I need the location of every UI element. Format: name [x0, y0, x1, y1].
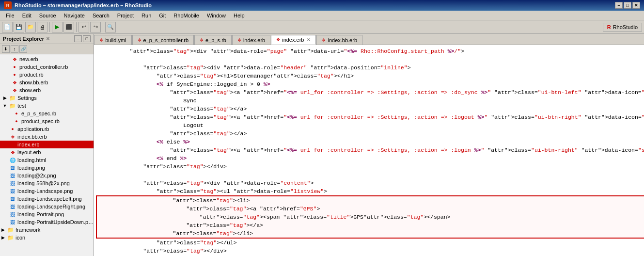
new-button[interactable]: 📄 — [2, 22, 13, 32]
menu-item-source[interactable]: Source — [35, 12, 60, 19]
erb-icon-index-bb-erb: ❖ — [9, 133, 16, 140]
tree-item-loading2x-png[interactable]: 🖼loading@2x.png — [0, 172, 94, 179]
tree-label-framework-folder: framework — [16, 227, 40, 233]
folder-button[interactable]: 📁 — [25, 22, 36, 32]
tree-item-product-controller-rb[interactable]: ●product_controller.rb — [0, 63, 94, 71]
menu-item-edit[interactable]: Edit — [18, 12, 35, 19]
redo-button[interactable]: ↪ — [90, 22, 101, 32]
code-line-17: "attr">class="tag"><ul "attr">data-role=… — [94, 187, 644, 195]
code-text-17: "attr">class="tag"><ul "attr">data-role=… — [116, 187, 644, 195]
menu-item-run[interactable]: Run — [138, 12, 155, 19]
tree-item-layout-erb[interactable]: ❖layout.erb — [0, 148, 94, 156]
sidebar-link-btn[interactable]: 🔗 — [19, 45, 27, 53]
search-button[interactable]: 🔍 — [105, 22, 116, 32]
print-button[interactable]: 🖨 — [37, 22, 47, 32]
erb-icon-show-bb-erb: ❖ — [11, 79, 18, 86]
menu-item-help[interactable]: Help — [230, 12, 249, 19]
tree-label-loading-landscape-png: loading-Landscape.png — [17, 188, 73, 194]
code-text-21: "attr">class="tag"></a> — [119, 221, 644, 229]
tree-item-loading-568h2x-png[interactable]: 🖼loading-568h@2x.png — [0, 179, 94, 187]
png-icon-loading-568h2x-png: 🖼 — [9, 180, 16, 187]
tree-item-framework-folder[interactable]: ▶📁framework — [0, 226, 94, 234]
undo-button[interactable]: ↩ — [79, 22, 89, 32]
tree-item-show-bb-erb[interactable]: ❖show.bb.erb — [0, 79, 94, 86]
tree-label-product-spec-rb: product_spec.rb — [21, 118, 60, 124]
tree-item-application-rb[interactable]: ●application.rb — [0, 125, 94, 133]
tab-build-yml[interactable]: ❖build.yml — [94, 35, 131, 45]
tab-index-erb-1[interactable]: ❖index.erb — [232, 35, 270, 45]
title-bar-buttons[interactable]: – □ ✕ — [615, 2, 640, 9]
png-icon-loading-portraitupsidedown-png: 🖼 — [9, 219, 16, 225]
tab-index-erb-2[interactable]: ❖index.erb✕ — [271, 35, 316, 45]
tree-item-new-erb[interactable]: ❖new.erb — [0, 55, 94, 63]
tree-item-product-rb[interactable]: ●product.rb — [0, 71, 94, 79]
rhostudio-icon: R — [607, 24, 611, 30]
png-icon-loading-portrait-png: 🖼 — [9, 211, 16, 218]
tab-index-bb-erb[interactable]: ❖index.bb.erb — [316, 35, 362, 45]
sidebar-collapse-btn[interactable]: ⬇ — [2, 45, 10, 53]
tree-label-index-erb: index.erb — [17, 142, 39, 147]
code-line-5: "attr">class="tag"><a "attr">href="<%= u… — [94, 88, 644, 96]
code-line-4: <% if SyncEngine::logged_in > 0 %> — [94, 80, 644, 88]
code-line-12: "attr">class="tag"><a "attr">href="<%= u… — [94, 146, 644, 154]
rb-icon-product-spec-rb: ● — [13, 118, 20, 125]
tab-e-p-s-controller-rb[interactable]: ❖e_p_s_controller.rb — [132, 35, 194, 45]
tab-e-p-s-rb[interactable]: ❖e_p_s.rb — [194, 35, 232, 45]
tree-item-loading-portrait-png[interactable]: 🖼loading-Portrait.png — [0, 210, 94, 218]
tree-item-index-erb[interactable]: ❖index.erb — [0, 141, 94, 148]
menu-item-window[interactable]: Window — [203, 12, 230, 19]
menu-item-rhomobile[interactable]: RhoMobile — [170, 12, 203, 19]
erb-icon-index-erb: ❖ — [9, 141, 16, 148]
tree-item-loading-landscape-png[interactable]: 🖼loading-Landscape.png — [0, 187, 94, 195]
tree-item-icon-folder[interactable]: ▶📁icon — [0, 234, 94, 241]
tree-toggle-icon-folder[interactable]: ▶ — [0, 235, 6, 240]
menu-item-git[interactable]: Git — [155, 12, 170, 19]
tab-label-e-p-s-controller-rb: e_p_s_controller.rb — [143, 37, 189, 43]
tree-label-loading-html: loading.html — [17, 157, 46, 163]
code-text-20: "attr">class="tag"><span "attr">class="t… — [119, 213, 644, 221]
sidebar: Project Explorer ✕ – □ ⬇ ↕ 🔗 ❖new.erb●pr… — [0, 34, 94, 256]
menu-item-file[interactable]: File — [2, 12, 18, 19]
tree-item-e-p-s-spec-rb[interactable]: ●e_p_s_spec.rb — [0, 110, 94, 117]
tab-close-index-erb-2[interactable]: ✕ — [307, 37, 311, 42]
tree-toggle-framework-folder[interactable]: ▶ — [0, 227, 6, 233]
tree-item-loading-html[interactable]: 🌐loading.html — [0, 156, 94, 164]
tree-toggle-test-folder[interactable]: ▼ — [2, 103, 8, 109]
save-button[interactable]: 💾 — [14, 22, 24, 32]
code-line-7: "attr">class="tag"></a> — [94, 105, 644, 113]
tree-label-loading2x-png: loading@2x.png — [17, 173, 56, 178]
sidebar-header-buttons[interactable]: – □ — [74, 35, 91, 42]
tree-toggle-settings-folder[interactable]: ▶ — [2, 95, 8, 101]
highlight-region: "attr">class="tag"><li> "attr">class="ta… — [96, 195, 644, 239]
debug-button[interactable]: ⬛ — [63, 22, 74, 32]
code-text-18: "attr">class="tag"><li> — [119, 196, 644, 205]
code-text-19: "attr">class="tag"><a "attr">href="GPS"> — [119, 205, 644, 213]
separator-2 — [76, 22, 77, 32]
run-button[interactable]: ▶ — [52, 22, 63, 32]
menu-item-navigate[interactable]: Navigate — [60, 12, 89, 19]
tree-item-loading-landscaperight-png[interactable]: 🖼loading-LandscapeRight.png — [0, 203, 94, 210]
sidebar-expand-btn[interactable]: ↕ — [11, 45, 18, 53]
tree-item-show-erb[interactable]: ❖show.erb — [0, 86, 94, 94]
code-editor[interactable]: "attr">class="tag"><div "attr">data-role… — [94, 45, 644, 256]
code-text-4: <% if SyncEngine::logged_in > 0 %> — [116, 80, 644, 88]
tab-label-index-erb-1: index.erb — [243, 37, 265, 43]
tree-item-index-bb-erb[interactable]: ❖index.bb.erb — [0, 133, 94, 141]
code-text-16: "attr">class="tag"><div "attr">data-role… — [116, 179, 644, 187]
sidebar-maximize-btn[interactable]: □ — [83, 35, 91, 42]
maximize-button[interactable]: □ — [624, 2, 631, 9]
tree-item-loading-png[interactable]: 🖼loading.png — [0, 164, 94, 172]
tree-item-settings-folder[interactable]: ▶📁Settings — [0, 94, 94, 102]
tab-icon-e-p-s-controller-rb: ❖ — [138, 38, 141, 43]
tree-item-test-folder[interactable]: ▼📁test — [0, 102, 94, 110]
tree-item-loading-portraitupsidedown-png[interactable]: 🖼loading-PortraitUpsideDown.p… — [0, 218, 94, 226]
code-line-6: Sync — [94, 96, 644, 105]
tree-item-product-spec-rb[interactable]: ●product_spec.rb — [0, 117, 94, 125]
tree-label-loading-png: loading.png — [17, 165, 45, 171]
menu-item-search[interactable]: Search — [89, 12, 113, 19]
menu-item-project[interactable]: Project — [113, 12, 138, 19]
sidebar-minimize-btn[interactable]: – — [74, 35, 82, 42]
tree-item-loading-landscapeleft-png[interactable]: 🖼loading-LandscapeLeft.png — [0, 195, 94, 203]
minimize-button[interactable]: – — [615, 2, 623, 9]
close-button[interactable]: ✕ — [632, 2, 640, 9]
